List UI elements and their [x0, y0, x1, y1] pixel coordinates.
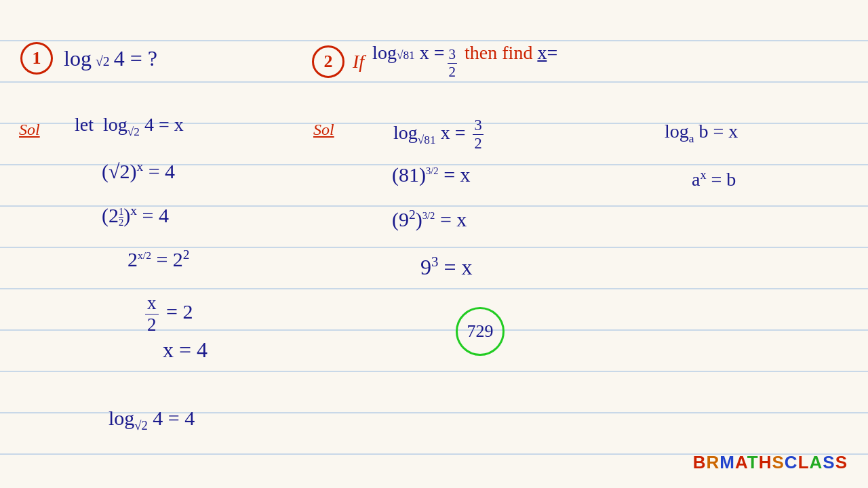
ref-line1: loga b = x — [665, 121, 738, 146]
main-content: 1 log√2 4 = ? 2 If log√81 x = 3 2 then f… — [0, 0, 868, 488]
problem2-number: 2 — [312, 45, 344, 78]
sol1-label: Sol — [19, 121, 40, 139]
problem2-if-text: If — [353, 51, 364, 73]
p2-step2: (81)3/2 = x — [392, 163, 471, 186]
problem1-number: 1 — [20, 42, 53, 75]
answer-circle: 729 — [456, 307, 505, 356]
problem2-header: 2 If log√81 x = 3 2 then find x = — [312, 42, 557, 81]
p2-step3: (92)3/2 = x — [392, 207, 467, 231]
p1-step2: (√2)x = 4 — [102, 159, 175, 183]
ref-line2: ax = b — [692, 168, 736, 190]
p1-step4: 2x/2 = 22 — [127, 247, 190, 271]
problem1-question: log√2 4 = ? — [64, 46, 157, 71]
branding-text: BRMATHSCLASS — [693, 452, 848, 473]
p1-step3: (2 1 2 )x = 4 — [102, 203, 169, 227]
sol2-label: Sol — [313, 121, 334, 139]
problem2-question: log√81 x = 3 2 then find x = — [372, 42, 557, 81]
p1-step7: log√2 4 = 4 — [108, 407, 195, 433]
p1-step1: let log√2 4 = x — [75, 114, 184, 139]
p1-step5: x 2 = 2 — [145, 293, 193, 336]
problem1-header: 1 log√2 4 = ? — [20, 42, 157, 75]
p1-step6: x = 4 — [163, 338, 208, 363]
p2-step4: 93 = x — [420, 253, 472, 280]
p2-step1: log√81 x = 3 2 — [393, 117, 484, 152]
